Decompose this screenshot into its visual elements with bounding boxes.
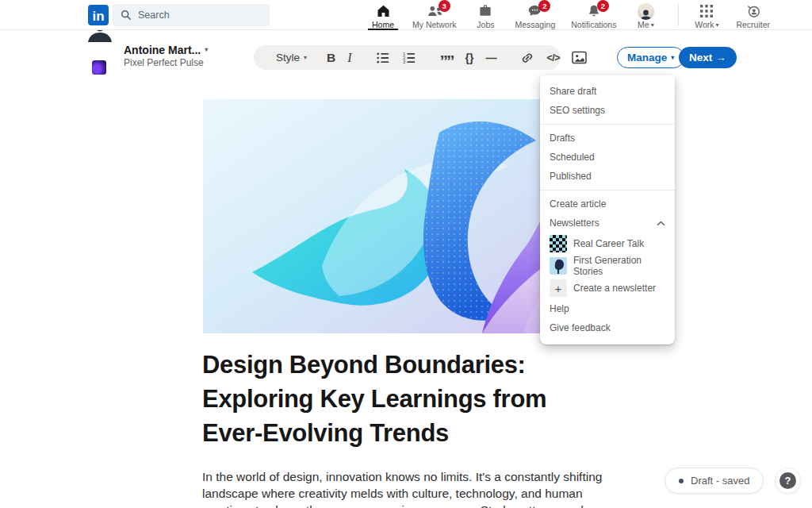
menu-item-scheduled[interactable]: Scheduled <box>540 148 675 167</box>
question-mark-icon: ? <box>779 472 796 489</box>
nav-my-network[interactable]: 3 My Network <box>404 0 464 30</box>
next-button[interactable]: Next → <box>679 47 737 68</box>
draft-status-badge: Draft - saved <box>665 468 764 494</box>
menu-item-create-newsletter[interactable]: + Create a newsletter <box>540 277 675 299</box>
manage-dropdown-menu: Share draft SEO settings Drafts Schedule… <box>540 75 675 344</box>
code-button[interactable]: </> <box>546 52 560 64</box>
svg-text:3: 3 <box>402 60 404 64</box>
menu-item-newsletter-first-generation-stories[interactable]: First Generation Stories <box>540 255 675 277</box>
global-nav: in Search Home <box>0 0 812 30</box>
chevron-down-icon: ▾ <box>671 54 674 61</box>
article-cover-image[interactable] <box>203 99 560 333</box>
notifications-badge: 2 <box>597 0 609 12</box>
menu-item-create-article[interactable]: Create article <box>540 194 675 214</box>
author-avatar <box>84 40 116 71</box>
chevron-up-icon <box>657 221 665 226</box>
menu-divider <box>540 190 675 190</box>
chevron-down-icon: ▾ <box>716 21 719 29</box>
menu-item-newsletters[interactable]: Newsletters <box>540 214 675 233</box>
italic-button[interactable]: I <box>347 51 351 65</box>
link-button[interactable] <box>520 51 534 65</box>
image-button[interactable] <box>572 51 587 64</box>
chevron-down-icon: ▾ <box>304 54 307 61</box>
nav-notifications[interactable]: 2 Notifications <box>563 0 624 30</box>
arrow-right-icon: → <box>715 52 726 64</box>
article-title[interactable]: Design Beyond Boundaries: Exploring Key … <box>202 348 583 450</box>
search-icon <box>121 10 132 21</box>
newsletter-logo-badge <box>91 60 107 75</box>
author-selector[interactable]: Antoine Mart... ▾ Pixel Perfect Pulse <box>84 40 208 71</box>
help-button[interactable]: ? <box>775 468 801 494</box>
menu-item-drafts[interactable]: Drafts <box>540 129 675 148</box>
menu-item-share-draft[interactable]: Share draft <box>540 82 675 101</box>
braces-button[interactable]: {} <box>465 52 474 64</box>
menu-divider <box>540 124 675 125</box>
menu-item-newsletter-real-career-talk[interactable]: Real Career Talk <box>540 233 675 255</box>
nav-items: Home 3 My Network Jobs <box>362 0 778 30</box>
style-dropdown[interactable]: Style ▾ <box>276 52 307 64</box>
bold-button[interactable]: B <box>327 51 335 65</box>
quote-button[interactable]: ”” <box>440 50 454 65</box>
me-avatar <box>638 3 654 19</box>
menu-item-help[interactable]: Help <box>540 299 675 318</box>
linkedin-logo[interactable]: in <box>88 5 109 25</box>
search-placeholder: Search <box>138 10 170 21</box>
chevron-down-icon: ▾ <box>651 21 654 29</box>
draft-status-text: Draft - saved <box>691 475 749 487</box>
manage-button[interactable]: Manage ▾ <box>617 47 684 68</box>
recruiter-icon <box>745 3 761 19</box>
nav-jobs[interactable]: Jobs <box>464 0 507 30</box>
nav-divider <box>678 4 679 26</box>
formatting-toolbar: Style ▾ B I 1 2 3 ”” {} — <box>254 45 561 70</box>
home-icon <box>375 3 392 19</box>
grid-icon <box>699 3 714 19</box>
linkedin-article-editor: in Search Home <box>0 0 812 508</box>
messaging-icon: 2 <box>527 3 543 19</box>
bell-icon: 2 <box>586 3 602 19</box>
messaging-badge: 2 <box>538 0 550 12</box>
plus-icon: + <box>550 279 567 297</box>
numbered-list-button[interactable]: 1 2 3 <box>402 51 416 65</box>
network-icon: 3 <box>426 3 443 19</box>
status-dot-icon <box>679 479 684 483</box>
menu-item-seo-settings[interactable]: SEO settings <box>540 101 675 120</box>
nav-recruiter[interactable]: Recruiter <box>728 0 778 30</box>
author-newsletter-name: Pixel Perfect Pulse <box>124 57 208 68</box>
nav-home[interactable]: Home <box>362 0 404 30</box>
menu-item-give-feedback[interactable]: Give feedback <box>540 318 675 337</box>
newsletter-thumbnail <box>550 257 567 275</box>
nav-messaging[interactable]: 2 Messaging <box>507 0 563 30</box>
search-input[interactable]: Search <box>113 4 270 26</box>
newsletter-thumbnail <box>550 235 567 252</box>
briefcase-icon <box>477 3 493 19</box>
article-body[interactable]: In the world of design, innovation knows… <box>202 468 608 508</box>
divider-button[interactable]: — <box>485 52 496 64</box>
nav-work[interactable]: Work▾ <box>685 0 728 30</box>
bullet-list-button[interactable] <box>376 51 390 65</box>
nav-me[interactable]: Me▾ <box>624 0 667 30</box>
author-name: Antoine Mart... ▾ <box>124 44 208 56</box>
network-badge: 3 <box>439 0 450 12</box>
menu-item-published[interactable]: Published <box>540 167 675 186</box>
chevron-down-icon: ▾ <box>205 46 208 53</box>
